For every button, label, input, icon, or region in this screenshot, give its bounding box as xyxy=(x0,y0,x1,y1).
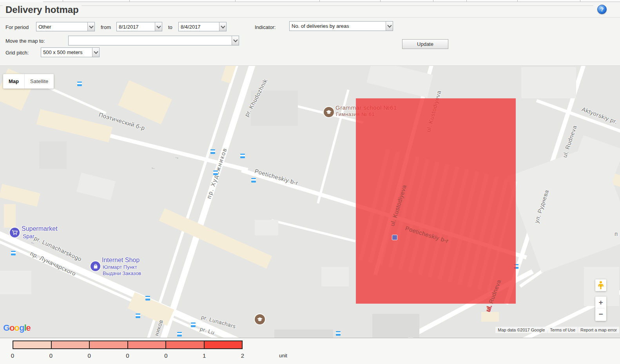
legend-unit-label: unit xyxy=(279,353,287,359)
zoom-control: + − xyxy=(595,297,606,321)
indicator-label: Indicator: xyxy=(255,24,276,30)
for-period-label: For period xyxy=(5,24,29,30)
grid-pitch-select[interactable]: 500 x 500 meters xyxy=(41,47,100,57)
bus-stop-icon xyxy=(210,149,216,154)
bus-stop-icon xyxy=(77,81,82,87)
building xyxy=(321,267,349,286)
to-label: to xyxy=(168,24,172,30)
dropdown-arrow-icon[interactable] xyxy=(155,22,162,31)
map-attribution: Map data ©2017 Google Terms of Use Repor… xyxy=(495,327,619,333)
legend-scale-label: 0 xyxy=(11,352,14,359)
school-icon[interactable] xyxy=(255,314,265,324)
building xyxy=(372,314,419,337)
street-label: п xyxy=(615,230,618,237)
map-canvas[interactable]: ← ← → Поэтический б-р pr. Khudozhnik пр.… xyxy=(0,65,620,338)
legend-swatch xyxy=(127,340,167,349)
toolbar: For period Other from 8/1/2017 to 8/4/20… xyxy=(0,18,620,65)
legend-scale-label: 0 xyxy=(164,352,167,359)
building xyxy=(159,208,272,269)
one-way-arrow-icon: ← xyxy=(150,164,157,171)
google-logo-letter: o xyxy=(15,323,19,333)
legend-swatch xyxy=(204,340,243,349)
legend-scale-label: 0 xyxy=(87,352,91,359)
building xyxy=(0,184,40,206)
map-type-map-button[interactable]: Map xyxy=(3,74,24,89)
bus-stop-icon xyxy=(135,313,141,319)
legend-scale-label: 0 xyxy=(49,352,53,359)
poi-internet-shop-title[interactable]: Internet Shop xyxy=(102,257,140,264)
legend-swatch xyxy=(13,340,52,349)
to-date-value: 8/4/2017 xyxy=(179,24,219,30)
shopping-bag-icon[interactable] xyxy=(91,261,100,271)
dropdown-arrow-icon[interactable] xyxy=(87,22,94,31)
dropdown-arrow-icon[interactable] xyxy=(219,22,226,31)
grid-pitch-label: Grid pitch: xyxy=(5,50,29,56)
google-logo-letter: g xyxy=(19,323,24,333)
period-value: Other xyxy=(36,24,87,30)
legend-scale-label: 2 xyxy=(241,352,244,359)
building xyxy=(76,173,115,200)
building xyxy=(481,312,499,322)
bus-stop-icon xyxy=(145,295,150,301)
indicator-value: No. of deliveries by areas xyxy=(290,23,386,29)
dropdown-arrow-icon[interactable] xyxy=(232,36,239,45)
poi-supermarket-title[interactable]: Supermarket xyxy=(22,225,58,232)
fieldset-line-left xyxy=(0,5,3,6)
zoom-out-button[interactable]: − xyxy=(595,308,606,320)
from-date-value: 8/1/2017 xyxy=(117,24,155,30)
to-date-select[interactable]: 8/4/2017 xyxy=(178,22,227,31)
bus-stop-icon xyxy=(392,235,397,240)
building xyxy=(366,65,433,98)
indicator-select[interactable]: No. of deliveries by areas xyxy=(289,21,393,31)
page-title: Delivery hotmap xyxy=(5,4,79,15)
google-logo-letter: e xyxy=(26,323,31,333)
terms-of-use-link[interactable]: Terms of Use xyxy=(547,327,578,333)
legend-swatch xyxy=(51,340,90,349)
google-logo-letter: G xyxy=(3,323,9,333)
pegman-control[interactable] xyxy=(595,279,606,291)
legend-scale-label: 1 xyxy=(203,352,206,359)
move-map-label: Move the map to: xyxy=(5,38,45,44)
from-date-select[interactable]: 8/1/2017 xyxy=(116,22,162,31)
zoom-in-button[interactable]: + xyxy=(595,297,606,308)
pegman-icon xyxy=(598,281,604,290)
building xyxy=(118,80,172,125)
report-map-error-link[interactable]: Report a map error xyxy=(578,327,619,333)
building xyxy=(521,67,576,98)
shopping-cart-icon[interactable] xyxy=(10,228,20,237)
legend-swatch xyxy=(165,340,205,349)
bus-stop-icon xyxy=(11,250,16,256)
road xyxy=(272,219,356,242)
one-way-arrow-icon: → xyxy=(174,153,180,160)
help-icon[interactable]: ? xyxy=(597,5,607,14)
building xyxy=(4,204,16,228)
from-label: from xyxy=(101,24,111,30)
school-icon[interactable] xyxy=(324,107,334,117)
building xyxy=(255,220,278,235)
bus-stop-icon xyxy=(240,153,245,159)
google-logo[interactable]: Google xyxy=(3,323,31,333)
bus-stop-icon xyxy=(335,331,341,336)
page-header: Delivery hotmap ? xyxy=(0,2,620,18)
bus-stop-icon xyxy=(190,322,196,328)
google-logo-letter: o xyxy=(9,323,14,333)
poi-internet-shop-subtitle: Юлмарт Пункт xyxy=(103,264,137,270)
bus-stop-icon xyxy=(213,170,218,176)
fieldset-line-right xyxy=(82,5,593,6)
poi-internet-shop-subtitle2: Выдачи Заказов xyxy=(103,270,141,276)
move-map-select[interactable] xyxy=(68,36,239,45)
legend-bar: 0000012 unit xyxy=(0,338,620,364)
legend-swatches xyxy=(13,340,243,349)
dropdown-arrow-icon[interactable] xyxy=(92,48,99,57)
grid-pitch-value: 500 x 500 meters xyxy=(41,49,92,55)
update-button[interactable]: Update xyxy=(402,39,448,49)
map-data-copyright: Map data ©2017 Google xyxy=(495,327,547,333)
period-select[interactable]: Other xyxy=(36,22,95,31)
heatmap-cell[interactable] xyxy=(356,98,516,304)
building xyxy=(128,292,174,326)
building xyxy=(274,330,333,338)
map-type-control: Map Satellite xyxy=(3,74,54,89)
legend-scale-label: 0 xyxy=(126,352,129,359)
map-type-satellite-button[interactable]: Satellite xyxy=(24,74,54,89)
dropdown-arrow-icon[interactable] xyxy=(386,22,393,31)
